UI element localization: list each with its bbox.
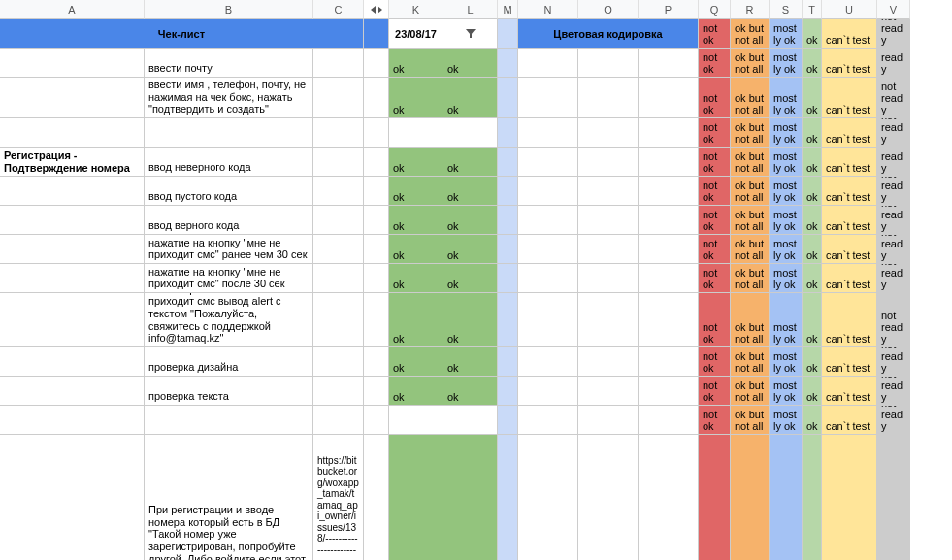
cell-L[interactable]: ok (443, 377, 498, 406)
cell-O[interactable] (578, 118, 639, 148)
cell-O[interactable] (578, 49, 639, 78)
cell-M[interactable] (498, 347, 518, 377)
cell-div[interactable] (364, 293, 389, 347)
cell[interactable] (639, 435, 699, 560)
cell[interactable] (770, 435, 803, 560)
cell-C[interactable] (313, 78, 364, 118)
cell-div[interactable] (364, 78, 389, 118)
col-header-U[interactable]: U (822, 0, 877, 19)
cell-div[interactable] (364, 377, 389, 406)
cell-O[interactable] (578, 347, 639, 377)
cell-B[interactable] (145, 406, 313, 435)
cell-B[interactable]: ввести имя , телефон, почту, не нажимая … (145, 78, 313, 118)
cell-P[interactable] (639, 49, 699, 78)
cell-P[interactable] (639, 264, 699, 293)
cell-M[interactable] (498, 264, 518, 293)
col-header-A[interactable]: A (0, 0, 145, 19)
filter-cell[interactable] (443, 19, 498, 49)
cell-L[interactable] (443, 118, 498, 148)
cell[interactable] (389, 435, 443, 560)
cell-P[interactable] (639, 347, 699, 377)
cell-O[interactable] (578, 206, 639, 235)
cell-M[interactable] (498, 148, 518, 177)
cell-N[interactable] (518, 264, 578, 293)
cell-K[interactable]: ok (389, 78, 443, 118)
cell-L[interactable]: ok (443, 235, 498, 264)
cell-P[interactable] (639, 377, 699, 406)
cell-P[interactable] (639, 293, 699, 347)
cell-N[interactable] (518, 206, 578, 235)
cell-M[interactable] (498, 206, 518, 235)
col-header-O[interactable]: O (578, 0, 639, 19)
col-header-N[interactable]: N (518, 0, 578, 19)
cell-C[interactable] (313, 235, 364, 264)
cell-N[interactable] (518, 78, 578, 118)
cell-K[interactable]: ok (389, 377, 443, 406)
cell-B[interactable]: ввод неверного кода (145, 148, 313, 177)
cell-div[interactable] (364, 148, 389, 177)
cell[interactable] (578, 435, 639, 560)
cell-K[interactable] (389, 118, 443, 148)
cell[interactable] (364, 435, 389, 560)
cell-B[interactable]: проверка текста (145, 377, 313, 406)
cell-A[interactable] (0, 235, 145, 264)
cell-M[interactable] (498, 235, 518, 264)
bottom-link[interactable]: https://bitbucket.org/woxapp_tamak/tamaq… (313, 435, 364, 560)
cell-A[interactable] (0, 406, 145, 435)
cell-A[interactable] (0, 377, 145, 406)
cell-div[interactable] (364, 206, 389, 235)
cell-K[interactable]: ok (389, 206, 443, 235)
cell-N[interactable] (518, 406, 578, 435)
col-header-Q[interactable]: Q (699, 0, 731, 19)
col-header-P[interactable]: P (639, 0, 699, 19)
cell-C[interactable] (313, 177, 364, 206)
cell-K[interactable]: ok (389, 293, 443, 347)
cell-O[interactable] (578, 148, 639, 177)
cell-C[interactable] (313, 377, 364, 406)
cell[interactable] (731, 435, 770, 560)
cell-O[interactable] (578, 293, 639, 347)
cell-K[interactable] (389, 406, 443, 435)
spreadsheet[interactable]: A B C K L M N O P Q R S T U V Чек-лист 2… (0, 0, 952, 560)
cell-O[interactable] (578, 406, 639, 435)
col-header-S[interactable]: S (770, 0, 803, 19)
cell-A[interactable] (0, 118, 145, 148)
cell-M[interactable] (498, 49, 518, 78)
cell-div[interactable] (364, 264, 389, 293)
cell-O[interactable] (578, 264, 639, 293)
cell[interactable] (803, 435, 822, 560)
cell-div[interactable] (364, 49, 389, 78)
cell-N[interactable] (518, 118, 578, 148)
cell-A[interactable]: Регистрация - Подтверждение номера (0, 148, 145, 177)
cell-L[interactable]: ok (443, 49, 498, 78)
col-header-B[interactable]: B (145, 0, 313, 19)
cell-C[interactable] (313, 293, 364, 347)
col-header-M[interactable]: M (498, 0, 518, 19)
cell-A[interactable] (0, 264, 145, 293)
cell-N[interactable] (518, 49, 578, 78)
cell-C[interactable] (313, 49, 364, 78)
cell-K[interactable]: ok (389, 148, 443, 177)
cell[interactable] (822, 435, 877, 560)
cell-M[interactable] (498, 118, 518, 148)
cell[interactable] (518, 435, 578, 560)
date-cell[interactable]: 23/08/17 (389, 19, 443, 49)
cell-M[interactable] (498, 78, 518, 118)
col-header-V[interactable]: V (877, 0, 910, 19)
cell-B[interactable]: нажатие на кнопку "мне не приходит смс" … (145, 235, 313, 264)
cell-C[interactable] (313, 264, 364, 293)
cell-B[interactable]: проверка дизайна (145, 347, 313, 377)
cell-A[interactable] (0, 177, 145, 206)
cell-div[interactable] (364, 406, 389, 435)
cell-N[interactable] (518, 347, 578, 377)
cell-L[interactable]: ok (443, 293, 498, 347)
cell-O[interactable] (578, 235, 639, 264)
cell[interactable] (443, 435, 498, 560)
cell-div[interactable] (364, 177, 389, 206)
cell-O[interactable] (578, 177, 639, 206)
col-header-K[interactable]: K (389, 0, 443, 19)
col-header-T[interactable]: T (803, 0, 822, 19)
cell-P[interactable] (639, 206, 699, 235)
cell-C[interactable] (313, 118, 364, 148)
cell-P[interactable] (639, 235, 699, 264)
